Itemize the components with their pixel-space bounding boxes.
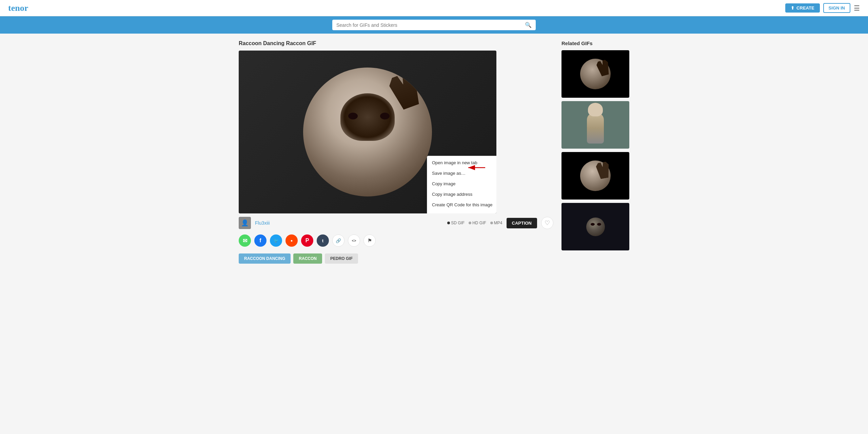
share-tumblr-button[interactable]: t xyxy=(317,234,329,247)
share-sms-button[interactable]: ✉ xyxy=(239,234,251,247)
caption-button[interactable]: CAPTION xyxy=(507,218,537,228)
search-icon[interactable]: 🔍 xyxy=(525,22,532,28)
raccoon-eye-right xyxy=(380,113,390,119)
share-link-button[interactable]: 🔗 xyxy=(332,234,344,247)
gif-image xyxy=(303,68,432,196)
ctx-copy-image-address[interactable]: Copy image address xyxy=(427,189,496,200)
share-facebook-button[interactable]: f xyxy=(254,234,267,247)
ctx-copy-image[interactable]: Copy image xyxy=(427,178,496,189)
gif-viewer: Open image in new tab Save image as… Cop… xyxy=(239,51,496,213)
raccoon-hand xyxy=(387,70,424,111)
search-bar: 🔍 xyxy=(0,16,868,34)
gif-controls: 👤 Flu3xiii SD GIF HD GIF MP4 CAPTION ♡ xyxy=(239,217,553,229)
related-gif-4[interactable] xyxy=(561,203,629,250)
format-options: SD GIF HD GIF MP4 xyxy=(447,221,502,225)
create-label: CREATE xyxy=(796,5,814,11)
related-gif-2[interactable] xyxy=(561,101,629,149)
format-hd-gif[interactable]: HD GIF xyxy=(469,221,486,225)
tag-raccoon-dancing[interactable]: RACCOON DANCING xyxy=(239,253,291,264)
share-embed-button[interactable]: <> xyxy=(348,234,360,247)
avatar: 👤 xyxy=(239,217,251,229)
site-logo: tenor xyxy=(8,3,28,13)
favorite-button[interactable]: ♡ xyxy=(541,217,553,229)
ctx-search-with-google[interactable]: Search image with Google xyxy=(427,210,496,213)
site-header: tenor ⬆ CREATE SIGN IN ☰ xyxy=(0,0,868,16)
mp4-dot xyxy=(490,222,493,224)
raccoon-eye-left xyxy=(348,113,358,119)
menu-icon[interactable]: ☰ xyxy=(854,4,860,12)
sd-gif-dot xyxy=(447,222,450,224)
tag-pedro-gif[interactable]: PEDRO GIF xyxy=(325,253,358,264)
share-report-button[interactable]: ⚑ xyxy=(363,234,376,247)
right-section: Related GIFs xyxy=(561,40,629,264)
search-input[interactable] xyxy=(336,22,525,28)
page-title: Raccoon Dancing Raccon GIF xyxy=(239,40,553,46)
related-gif-3[interactable] xyxy=(561,152,629,200)
left-section: Raccoon Dancing Raccon GIF Open image in… xyxy=(239,40,553,264)
main-content: Raccoon Dancing Raccon GIF Open image in… xyxy=(231,34,637,270)
search-container: 🔍 xyxy=(332,20,536,30)
create-button[interactable]: ⬆ CREATE xyxy=(785,3,820,13)
signin-button[interactable]: SIGN IN xyxy=(823,3,850,13)
share-twitter-button[interactable]: 🐦 xyxy=(270,234,282,247)
tag-raccon[interactable]: RACCON xyxy=(293,253,322,264)
format-sd-gif[interactable]: SD GIF xyxy=(447,221,465,225)
save-gif-arrow xyxy=(467,163,487,174)
hd-gif-dot xyxy=(469,222,471,224)
ctx-create-qr[interactable]: Create QR Code for this image xyxy=(427,200,496,210)
tags-row: RACCOON DANCING RACCON PEDRO GIF xyxy=(239,253,553,264)
share-pinterest-button[interactable]: P xyxy=(301,234,313,247)
related-gifs-title: Related GIFs xyxy=(561,40,629,46)
share-reddit-button[interactable]: ● xyxy=(285,234,298,247)
format-mp4[interactable]: MP4 xyxy=(490,221,502,225)
related-gif-1[interactable] xyxy=(561,50,629,98)
username-link[interactable]: Flu3xiii xyxy=(255,220,270,226)
share-row: ✉ f 🐦 ● P t 🔗 <> ⚑ xyxy=(239,234,553,247)
upload-icon: ⬆ xyxy=(791,5,794,11)
